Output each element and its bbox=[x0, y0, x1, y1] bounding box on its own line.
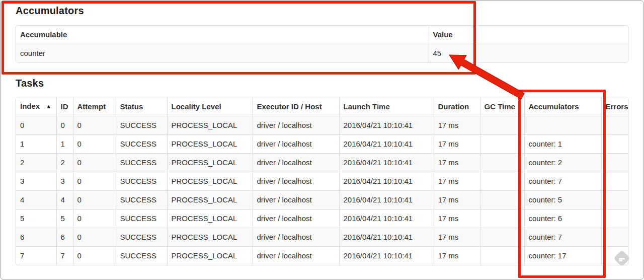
table-cell-id: 6 bbox=[56, 228, 73, 247]
column-header-label: Launch Time bbox=[344, 102, 390, 111]
column-header-attempt[interactable]: Attempt bbox=[73, 97, 116, 116]
table-cell-attempt: 0 bbox=[73, 228, 116, 247]
accumulators-table: AccumulableValuecounter45 bbox=[16, 26, 628, 62]
table-cell-accumulators: counter: 6 bbox=[524, 209, 601, 228]
table-cell-index: 4 bbox=[16, 191, 56, 209]
table-cell-gc-time bbox=[480, 154, 524, 172]
table-cell-errors bbox=[601, 116, 628, 135]
table-cell-duration: 17 ms bbox=[434, 154, 480, 172]
table-cell-accumulators: counter: 17 bbox=[524, 247, 601, 265]
table-row: 770SUCCESSPROCESS_LOCALdriver / localhos… bbox=[16, 247, 628, 265]
column-header-label: Errors bbox=[606, 102, 628, 111]
column-header-label: Locality Level bbox=[172, 102, 221, 111]
table-cell-attempt: 0 bbox=[73, 172, 116, 191]
column-header-label: Duration bbox=[438, 102, 469, 111]
table-cell-id: 0 bbox=[56, 116, 73, 135]
column-header-duration[interactable]: Duration bbox=[434, 97, 480, 116]
table-cell-accumulators bbox=[524, 116, 601, 135]
table-cell-duration: 17 ms bbox=[434, 172, 480, 191]
table-cell-index: 7 bbox=[16, 247, 56, 265]
table-cell-accumulable: counter bbox=[16, 44, 429, 63]
table-cell-gc-time bbox=[480, 247, 524, 265]
accumulators-section-title: Accumulators bbox=[16, 5, 628, 17]
column-header-label: Accumulable bbox=[20, 30, 67, 39]
column-header-label: Value bbox=[433, 30, 453, 39]
column-header-index[interactable]: Index▲ bbox=[16, 97, 56, 116]
table-cell-launch-time: 2016/04/21 10:10:41 bbox=[339, 209, 434, 228]
table-cell-executor-id-host: driver / localhost bbox=[253, 116, 339, 135]
table-cell-locality-level: PROCESS_LOCAL bbox=[167, 228, 253, 247]
table-cell-id: 4 bbox=[56, 191, 73, 209]
column-header-label: GC Time bbox=[485, 102, 515, 111]
table-cell-launch-time: 2016/04/21 10:10:41 bbox=[339, 247, 434, 265]
column-header-errors[interactable]: Errors bbox=[601, 97, 628, 116]
table-cell-accumulators: counter: 2 bbox=[524, 154, 601, 172]
table-cell-locality-level: PROCESS_LOCAL bbox=[167, 135, 253, 154]
table-cell-accumulators: counter: 5 bbox=[524, 191, 601, 209]
column-header-value[interactable]: Value bbox=[429, 26, 628, 44]
column-header-executor-id-host[interactable]: Executor ID / Host bbox=[253, 97, 339, 116]
accumulators-section: Accumulators AccumulableValuecounter45 bbox=[16, 5, 628, 63]
table-cell-executor-id-host: driver / localhost bbox=[253, 247, 339, 265]
table-cell-index: 0 bbox=[16, 116, 56, 135]
column-header-gc-time[interactable]: GC Time bbox=[480, 97, 524, 116]
table-cell-id: 5 bbox=[56, 209, 73, 228]
table-cell-errors bbox=[601, 135, 628, 154]
table-cell-attempt: 0 bbox=[73, 191, 116, 209]
table-cell-errors bbox=[601, 191, 628, 209]
watermark-logo-icon bbox=[613, 250, 630, 267]
table-cell-launch-time: 2016/04/21 10:10:41 bbox=[339, 191, 434, 209]
table-cell-status: SUCCESS bbox=[116, 209, 167, 228]
table-cell-executor-id-host: driver / localhost bbox=[253, 191, 339, 209]
column-header-id[interactable]: ID bbox=[56, 97, 73, 116]
table-cell-gc-time bbox=[480, 228, 524, 247]
table-row: 220SUCCESSPROCESS_LOCALdriver / localhos… bbox=[16, 154, 628, 172]
column-header-accumulators[interactable]: Accumulators bbox=[524, 97, 601, 116]
table-cell-locality-level: PROCESS_LOCAL bbox=[167, 209, 253, 228]
table-cell-attempt: 0 bbox=[73, 135, 116, 154]
table-cell-duration: 17 ms bbox=[434, 116, 480, 135]
column-header-locality-level[interactable]: Locality Level bbox=[167, 97, 253, 116]
table-cell-locality-level: PROCESS_LOCAL bbox=[167, 116, 253, 135]
table-cell-gc-time bbox=[480, 191, 524, 209]
table-cell-duration: 17 ms bbox=[434, 191, 480, 209]
table-cell-gc-time bbox=[480, 172, 524, 191]
table-cell-executor-id-host: driver / localhost bbox=[253, 228, 339, 247]
column-header-accumulable[interactable]: Accumulable bbox=[16, 26, 429, 44]
table-cell-attempt: 0 bbox=[73, 209, 116, 228]
table-cell-launch-time: 2016/04/21 10:10:41 bbox=[339, 228, 434, 247]
table-cell-duration: 17 ms bbox=[434, 228, 480, 247]
header-row: Index▲IDAttemptStatusLocality LevelExecu… bbox=[16, 97, 628, 116]
table-cell-locality-level: PROCESS_LOCAL bbox=[167, 172, 253, 191]
table-row: 330SUCCESSPROCESS_LOCALdriver / localhos… bbox=[16, 172, 628, 191]
table-row: 000SUCCESSPROCESS_LOCALdriver / localhos… bbox=[16, 116, 628, 135]
table-cell-id: 7 bbox=[56, 247, 73, 265]
table-cell-gc-time bbox=[480, 116, 524, 135]
table-cell-duration: 17 ms bbox=[434, 247, 480, 265]
table-cell-launch-time: 2016/04/21 10:10:41 bbox=[339, 135, 434, 154]
table-cell-status: SUCCESS bbox=[116, 228, 167, 247]
table-cell-locality-level: PROCESS_LOCAL bbox=[167, 191, 253, 209]
table-row: counter45 bbox=[16, 44, 628, 63]
table-cell-status: SUCCESS bbox=[116, 247, 167, 265]
table-row: 110SUCCESSPROCESS_LOCALdriver / localhos… bbox=[16, 135, 628, 154]
table-cell-errors bbox=[601, 154, 628, 172]
column-header-status[interactable]: Status bbox=[116, 97, 167, 116]
table-cell-duration: 17 ms bbox=[434, 135, 480, 154]
column-header-label: Attempt bbox=[77, 102, 106, 111]
table-cell-status: SUCCESS bbox=[116, 154, 167, 172]
table-cell-value: 45 bbox=[429, 44, 628, 63]
column-header-label: Accumulators bbox=[529, 102, 579, 111]
table-cell-index: 1 bbox=[16, 135, 56, 154]
table-cell-attempt: 0 bbox=[73, 247, 116, 265]
table-row: 550SUCCESSPROCESS_LOCALdriver / localhos… bbox=[16, 209, 628, 228]
table-row: 440SUCCESSPROCESS_LOCALdriver / localhos… bbox=[16, 191, 628, 209]
table-cell-id: 3 bbox=[56, 172, 73, 191]
table-cell-executor-id-host: driver / localhost bbox=[253, 135, 339, 154]
table-cell-executor-id-host: driver / localhost bbox=[253, 209, 339, 228]
column-header-launch-time[interactable]: Launch Time bbox=[339, 97, 434, 116]
column-header-label: Index bbox=[20, 102, 40, 110]
table-cell-status: SUCCESS bbox=[116, 191, 167, 209]
table-cell-id: 2 bbox=[56, 154, 73, 172]
table-cell-index: 2 bbox=[16, 154, 56, 172]
